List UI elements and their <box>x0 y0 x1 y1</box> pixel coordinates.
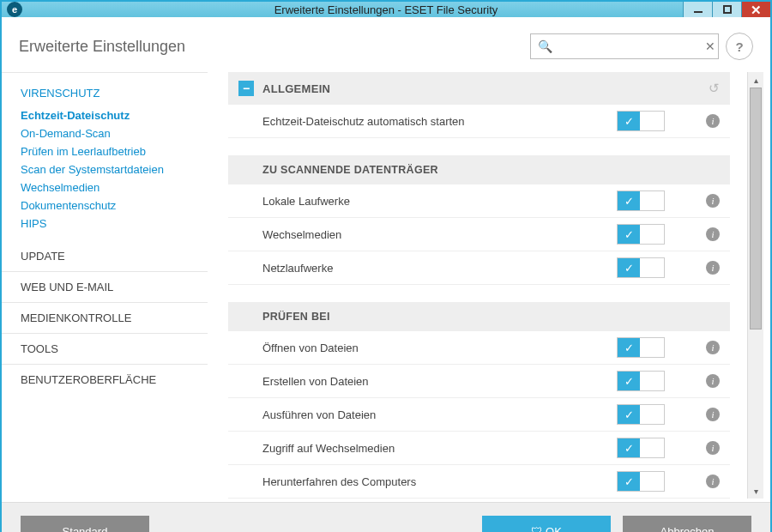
search-input[interactable] <box>558 39 705 54</box>
scroll-track[interactable] <box>748 88 763 483</box>
row-autostart: Echtzeit-Dateischutz automatisch starten… <box>228 105 730 138</box>
shell: Erweiterte Einstellungen 🔍 ✕ ? VIRENSCHU… <box>2 17 770 532</box>
titlebar: e Erweiterte Einstellungen - ESET File S… <box>2 2 770 17</box>
scrollbar[interactable]: ▴ ▾ <box>747 72 763 499</box>
content-wrap: − ALLGEMEIN ↺ Echtzeit-Dateischutz autom… <box>208 72 763 499</box>
toggle-lokale[interactable]: ✓ <box>617 190 665 211</box>
sidebar-item-dokumentenschutz[interactable]: Dokumentenschutz <box>2 196 208 215</box>
group-allgemein-header[interactable]: − ALLGEMEIN ↺ <box>228 72 730 105</box>
row-oeffnen: Öffnen von Dateien ✓ i <box>228 331 730 365</box>
reset-icon[interactable]: ↺ <box>709 81 720 96</box>
row-lokale: Lokale Laufwerke ✓ i <box>228 184 730 218</box>
sidebar-item-echtzeit[interactable]: Echtzeit-Dateischutz <box>2 106 208 124</box>
row-label: Lokale Laufwerke <box>262 195 617 208</box>
check-icon: ✓ <box>618 225 640 244</box>
check-icon: ✓ <box>618 191 640 210</box>
ok-label: OK <box>546 525 562 533</box>
check-icon: ✓ <box>618 405 640 424</box>
info-icon[interactable]: i <box>706 194 720 208</box>
info-icon[interactable]: i <box>706 408 720 421</box>
toggle-oeffnen[interactable]: ✓ <box>617 337 665 358</box>
row-label: Erstellen von Dateien <box>262 375 617 388</box>
search-icon: 🔍 <box>538 39 552 53</box>
maximize-button[interactable] <box>712 2 741 17</box>
info-icon[interactable]: i <box>706 441 720 455</box>
group-datentraeger-header: ZU SCANNENDE DATENTRÄGER <box>228 155 730 184</box>
help-button[interactable]: ? <box>726 33 753 60</box>
toggle-erstellen[interactable]: ✓ <box>617 371 665 391</box>
row-label: Echtzeit-Dateischutz automatisch starten <box>262 115 617 128</box>
toggle-autostart[interactable]: ✓ <box>617 111 665 131</box>
row-wechsel: Wechselmedien ✓ i <box>228 218 730 251</box>
row-netz: Netzlaufwerke ✓ i <box>228 251 730 285</box>
sidebar-cat-medien[interactable]: MEDIENKONTROLLE <box>2 302 208 333</box>
window-controls: ✕ <box>683 2 770 17</box>
collapse-icon[interactable]: − <box>238 81 254 96</box>
group-pruefen-header: PRÜFEN BEI <box>228 302 730 331</box>
check-icon: ✓ <box>618 112 640 130</box>
app-icon: e <box>7 2 22 17</box>
row-label: Herunterfahren des Computers <box>262 475 617 488</box>
check-icon: ✓ <box>618 438 640 457</box>
toggle-zugriff-wechsel[interactable]: ✓ <box>617 438 665 458</box>
cancel-button[interactable]: Abbrechen <box>623 516 751 532</box>
sidebar-cat-ui[interactable]: BENUTZEROBERFLÄCHE <box>2 364 208 395</box>
toggle-ausfuehren[interactable]: ✓ <box>617 404 665 425</box>
row-herunterfahren: Herunterfahren des Computers ✓ i <box>228 465 730 499</box>
info-icon[interactable]: i <box>706 341 720 354</box>
sidebar-cat-virenschutz[interactable]: VIRENSCHUTZ <box>2 76 208 106</box>
scroll-up-icon[interactable]: ▴ <box>748 72 763 88</box>
toggle-herunterfahren[interactable]: ✓ <box>617 471 665 492</box>
row-erstellen: Erstellen von Dateien ✓ i <box>228 365 730 398</box>
main: VIRENSCHUTZ Echtzeit-Dateischutz On-Dema… <box>2 72 770 499</box>
ok-button[interactable]: 🛡 OK <box>482 516 611 532</box>
sidebar-item-systemstart[interactable]: Scan der Systemstartdateien <box>2 160 208 178</box>
sidebar-item-wechselmedien[interactable]: Wechselmedien <box>2 178 208 196</box>
minimize-button[interactable] <box>683 2 712 17</box>
toggle-wechsel[interactable]: ✓ <box>617 224 665 245</box>
row-label: Zugriff auf Wechselmedien <box>262 442 617 455</box>
footer: Standard 🛡 OK Abbrechen <box>2 502 770 532</box>
shield-icon: 🛡 <box>531 525 542 533</box>
row-label: Netzlaufwerke <box>262 262 617 275</box>
info-icon[interactable]: i <box>706 227 720 241</box>
close-button[interactable]: ✕ <box>741 2 770 17</box>
clear-search-icon[interactable]: ✕ <box>705 39 715 53</box>
page-title: Erweiterte Einstellungen <box>19 38 185 56</box>
scroll-down-icon[interactable]: ▾ <box>748 483 763 499</box>
row-ausfuehren: Ausführen von Dateien ✓ i <box>228 398 730 432</box>
default-button[interactable]: Standard <box>21 516 149 532</box>
check-icon: ✓ <box>618 258 640 277</box>
info-icon[interactable]: i <box>706 114 720 128</box>
sidebar: VIRENSCHUTZ Echtzeit-Dateischutz On-Dema… <box>2 72 208 499</box>
window-title: Erweiterte Einstellungen - ESET File Sec… <box>2 3 770 16</box>
row-label: Ausführen von Dateien <box>262 408 617 421</box>
check-icon: ✓ <box>618 372 640 390</box>
settings-panel: − ALLGEMEIN ↺ Echtzeit-Dateischutz autom… <box>208 72 747 499</box>
scroll-thumb[interactable] <box>750 88 762 329</box>
row-zugriff-wechsel: Zugriff auf Wechselmedien ✓ i <box>228 432 730 465</box>
sidebar-item-ondemand[interactable]: On-Demand-Scan <box>2 124 208 142</box>
sidebar-item-leerlauf[interactable]: Prüfen im Leerlaufbetrieb <box>2 142 208 160</box>
check-icon: ✓ <box>618 472 640 491</box>
sidebar-cat-tools[interactable]: TOOLS <box>2 333 208 364</box>
toggle-netz[interactable]: ✓ <box>617 257 665 278</box>
info-icon[interactable]: i <box>706 475 720 488</box>
window: e Erweiterte Einstellungen - ESET File S… <box>0 0 772 532</box>
sidebar-cat-web[interactable]: WEB UND E-MAIL <box>2 271 208 302</box>
sidebar-item-hips[interactable]: HIPS <box>2 215 208 233</box>
check-icon: ✓ <box>618 338 640 357</box>
top-row: Erweiterte Einstellungen 🔍 ✕ ? <box>2 17 770 72</box>
info-icon[interactable]: i <box>706 261 720 275</box>
row-label: Wechselmedien <box>262 228 617 241</box>
sidebar-cat-update[interactable]: UPDATE <box>2 241 208 271</box>
search-box[interactable]: 🔍 ✕ <box>530 33 719 59</box>
group-allgemein-title: ALLGEMEIN <box>262 82 330 95</box>
info-icon[interactable]: i <box>706 374 720 388</box>
row-label: Öffnen von Dateien <box>262 342 617 354</box>
